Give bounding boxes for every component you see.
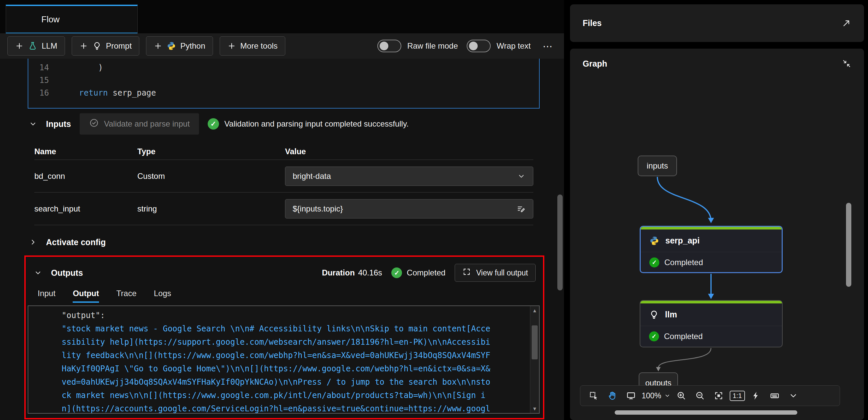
- graph-canvas[interactable]: inputsserp_api✓Completedllm✓Completedout…: [570, 49, 864, 420]
- files-title: Files: [583, 18, 602, 28]
- present-mode-button[interactable]: [623, 388, 639, 404]
- graph-node-serp-api[interactable]: serp_api✓Completed: [640, 226, 783, 273]
- chevron-right-icon: [29, 238, 37, 247]
- flow-editor-panel: Flow LLMPromptPythonMore tools Raw file …: [0, 0, 564, 420]
- output-line: n](https://accounts.google.com/ServiceLo…: [62, 402, 519, 414]
- node-label: llm: [665, 310, 677, 319]
- graph-vertical-scrollbar[interactable]: [846, 203, 851, 287]
- bulb-icon: [92, 41, 102, 51]
- inputs-section-header: Inputs Validate and parse input ✓ Valida…: [29, 113, 409, 135]
- wrap-text-toggle[interactable]: [467, 40, 491, 52]
- more-options-button[interactable]: ⋯: [539, 40, 557, 52]
- output-scrollbar[interactable]: ▲ ▼: [530, 306, 539, 413]
- column-header-value: Value: [285, 147, 533, 156]
- button-label: LLM: [42, 41, 57, 51]
- node-title-row: llm: [640, 303, 782, 326]
- tab-flow-label: Flow: [41, 14, 60, 25]
- graph-node-inputs[interactable]: inputs: [638, 156, 677, 176]
- validate-parse-input-button[interactable]: Validate and parse input: [80, 113, 199, 135]
- hand-tool-button[interactable]: [604, 388, 620, 404]
- completed-check-icon: ✓: [649, 331, 659, 342]
- flask-icon: [28, 41, 37, 51]
- tab-trace[interactable]: Trace: [116, 289, 136, 303]
- zoom-level-select-button[interactable]: 100%: [642, 388, 671, 404]
- outputs-chevron[interactable]: [34, 268, 42, 277]
- zoom-out-icon: [695, 391, 705, 401]
- output-line: lity feedback\n\n[](https://www.google.c…: [62, 349, 519, 362]
- run-status-text: Completed: [407, 268, 445, 278]
- toolbar-collapse-button[interactable]: [785, 388, 801, 404]
- plus-icon: [15, 42, 24, 50]
- zoom-level-select-label: 100%: [642, 391, 661, 400]
- line-number: 15: [28, 74, 60, 87]
- raw-file-mode-label: Raw file mode: [407, 41, 458, 51]
- fit-view-button[interactable]: [711, 388, 727, 404]
- column-header-name: Name: [34, 147, 137, 156]
- zoom-in-button[interactable]: [673, 388, 689, 404]
- code-text: return serp_page: [60, 87, 156, 99]
- search-input-input[interactable]: ${inputs.topic}: [285, 199, 533, 219]
- add-python-button[interactable]: Python: [146, 36, 213, 56]
- code-line: 14 ): [28, 61, 539, 74]
- code-editor[interactable]: 14 )1516 return serp_page: [28, 59, 540, 108]
- outputs-header-right: Duration40.16s ✓ Completed View full out…: [322, 264, 536, 282]
- button-label: Python: [180, 41, 205, 51]
- graph-horizontal-scrollbar[interactable]: [615, 410, 797, 415]
- view-full-output-label: View full output: [476, 268, 528, 278]
- main-scrollbar-thumb[interactable]: [557, 195, 563, 290]
- bolt-icon: [751, 391, 761, 401]
- tab-logs[interactable]: Logs: [154, 289, 171, 303]
- duration-label: Duration: [322, 268, 355, 277]
- pen-lines-icon: [516, 204, 526, 214]
- present-icon: [626, 391, 636, 401]
- scroll-up-icon[interactable]: ▲: [530, 308, 539, 314]
- hand-icon: [607, 391, 617, 401]
- scrollbar-thumb[interactable]: [532, 325, 538, 359]
- graph-node-llm[interactable]: llm✓Completed: [640, 300, 783, 347]
- minimap-toggle-button[interactable]: [767, 388, 783, 404]
- inputs-chevron[interactable]: [29, 120, 37, 128]
- chevron-down-icon: [517, 172, 526, 181]
- graph-toolbar: 100%1:1: [580, 385, 840, 406]
- zoom-out-button[interactable]: [692, 388, 708, 404]
- toggle-knob: [469, 42, 478, 50]
- raw-file-mode-toggle[interactable]: [377, 40, 401, 52]
- activate-config-title: Activate config: [46, 237, 106, 247]
- add-more-tools-button[interactable]: More tools: [220, 36, 285, 56]
- expand-panel-icon[interactable]: [841, 18, 851, 28]
- row-name: bd_conn: [34, 171, 137, 181]
- add-prompt-button[interactable]: Prompt: [72, 36, 140, 56]
- chevron-down-icon: [788, 391, 798, 401]
- diag-arrow-icon: [841, 18, 851, 28]
- view-full-output-button[interactable]: View full output: [455, 264, 536, 282]
- main-scrollbar[interactable]: [556, 33, 564, 420]
- validation-status-text: Validation and parsing input completed s…: [224, 119, 409, 129]
- node-status-row: ✓Completed: [640, 326, 782, 347]
- table-row: bd_connCustombright-data: [34, 160, 533, 193]
- line-number: 16: [28, 87, 60, 99]
- row-name: search_input: [34, 204, 137, 214]
- tab-flow[interactable]: Flow: [6, 5, 138, 33]
- toolbar-add-buttons: LLMPromptPythonMore tools: [7, 36, 285, 56]
- tab-output[interactable]: Output: [73, 289, 99, 303]
- auto-layout-button[interactable]: [748, 388, 764, 404]
- actual-size-button[interactable]: 1:1: [729, 388, 745, 404]
- node-label: inputs: [647, 161, 668, 170]
- output-line: "stock market news - Google Search \n\n#…: [62, 322, 519, 335]
- tab-input[interactable]: Input: [38, 289, 55, 303]
- run-status: ✓ Completed: [391, 267, 445, 278]
- row-type: string: [137, 204, 285, 214]
- output-viewer[interactable]: "output":"stock market news - Google Sea…: [28, 305, 540, 414]
- output-line: ved=0ahUKEwjj34bOq8SQAxV4mSYFHaKyIf0QpYk…: [62, 375, 519, 389]
- box-select-tool-button[interactable]: [586, 388, 602, 404]
- expand-corners-icon: [462, 267, 471, 278]
- bd-conn-dropdown[interactable]: bright-data: [285, 166, 533, 186]
- activate-config-header[interactable]: Activate config: [29, 232, 106, 252]
- inputs-title: Inputs: [46, 119, 71, 129]
- chevron-down-icon: [664, 392, 671, 399]
- add-llm-button[interactable]: LLM: [7, 36, 65, 56]
- keyboard-icon: [770, 391, 780, 401]
- scroll-down-icon[interactable]: ▼: [530, 406, 539, 412]
- tab-strip: Flow: [0, 0, 564, 33]
- duration-value: 40.16s: [358, 268, 382, 277]
